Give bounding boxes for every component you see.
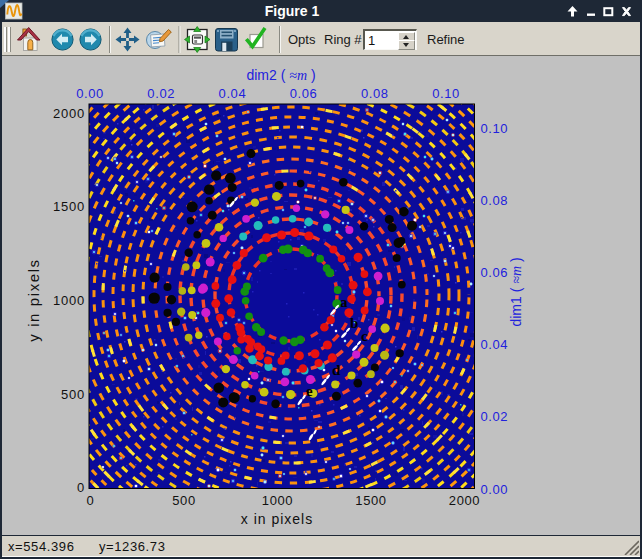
svg-text:y in pixels: y in pixels [25,258,42,341]
svg-text:0.02: 0.02 [147,86,175,101]
svg-text:2000: 2000 [53,106,85,121]
svg-text:0.04: 0.04 [219,86,247,101]
svg-text:0.02: 0.02 [481,409,509,424]
svg-text:0: 0 [87,493,95,508]
svg-text:500: 500 [61,387,85,402]
svg-text:2000: 2000 [449,493,480,508]
svg-text:b: b [350,315,358,331]
svg-text:a: a [340,294,348,310]
svg-text:1500: 1500 [53,199,85,214]
svg-text:0.00: 0.00 [76,86,104,101]
svg-text:x in pixels: x in pixels [241,511,313,527]
svg-text:0.10: 0.10 [432,86,460,101]
svg-text:500: 500 [172,493,196,508]
svg-text:0: 0 [77,480,85,495]
svg-text:0.00: 0.00 [481,482,509,497]
svg-text:Refine: Refine [427,32,465,47]
svg-text:1500: 1500 [355,493,386,508]
svg-text:e: e [306,383,313,399]
svg-text:0.08: 0.08 [361,86,389,101]
svg-text:1000: 1000 [262,493,293,508]
svg-text:dim2 ( ≈m ): dim2 ( ≈m ) [246,67,315,83]
svg-text:1000: 1000 [53,293,85,308]
svg-text:dim1 ( ≈m ): dim1 ( ≈m ) [508,257,524,326]
svg-text:d: d [332,362,341,378]
svg-text:0.06: 0.06 [481,265,509,280]
svg-text:0.04: 0.04 [481,337,509,352]
svg-text:c: c [361,328,368,344]
svg-text:0.10: 0.10 [481,121,509,136]
svg-text:Figure 1: Figure 1 [265,3,320,19]
svg-text:0.08: 0.08 [481,193,509,208]
svg-text:Opts: Opts [288,32,316,47]
svg-text:0.06: 0.06 [290,86,318,101]
svg-text:Ring #: Ring # [324,32,362,47]
